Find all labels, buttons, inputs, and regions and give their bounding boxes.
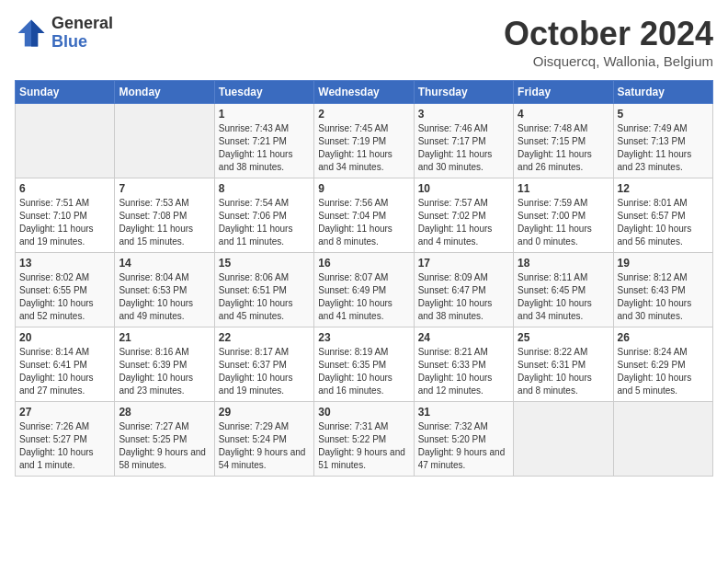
calendar-cell: 17Sunrise: 8:09 AMSunset: 6:47 PMDayligh… [414, 253, 513, 327]
location: Oisquercq, Wallonia, Belgium [504, 53, 713, 69]
day-info: Sunrise: 8:09 AMSunset: 6:47 PMDaylight:… [418, 271, 509, 323]
calendar-cell: 27Sunrise: 7:26 AMSunset: 5:27 PMDayligh… [16, 402, 115, 477]
day-number: 17 [418, 257, 509, 270]
day-info: Sunrise: 7:54 AMSunset: 7:06 PMDaylight:… [219, 197, 310, 248]
day-number: 28 [119, 406, 210, 419]
calendar-cell: 22Sunrise: 8:17 AMSunset: 6:37 PMDayligh… [214, 327, 313, 402]
weekday-header: Thursday [414, 81, 513, 104]
calendar-cell [514, 402, 613, 477]
day-info: Sunrise: 7:48 AMSunset: 7:15 PMDaylight:… [518, 122, 609, 174]
day-number: 15 [219, 257, 310, 270]
day-number: 16 [318, 257, 409, 270]
calendar-cell: 4Sunrise: 7:48 AMSunset: 7:15 PMDaylight… [514, 104, 613, 178]
calendar-cell: 6Sunrise: 7:51 AMSunset: 7:10 PMDaylight… [16, 178, 115, 253]
day-number: 24 [418, 331, 509, 344]
day-info: Sunrise: 8:04 AMSunset: 6:53 PMDaylight:… [119, 271, 210, 323]
day-number: 19 [618, 257, 709, 270]
day-info: Sunrise: 7:43 AMSunset: 7:21 PMDaylight:… [219, 122, 310, 174]
calendar-week-row: 6Sunrise: 7:51 AMSunset: 7:10 PMDaylight… [16, 178, 713, 253]
day-number: 29 [219, 406, 310, 419]
day-info: Sunrise: 8:14 AMSunset: 6:41 PMDaylight:… [19, 346, 110, 397]
calendar-cell: 21Sunrise: 8:16 AMSunset: 6:39 PMDayligh… [115, 327, 214, 402]
weekday-header: Sunday [16, 81, 115, 104]
calendar-cell: 8Sunrise: 7:54 AMSunset: 7:06 PMDaylight… [214, 178, 313, 253]
day-info: Sunrise: 7:51 AMSunset: 7:10 PMDaylight:… [19, 197, 110, 248]
calendar-cell: 24Sunrise: 8:21 AMSunset: 6:33 PMDayligh… [414, 327, 513, 402]
calendar-cell: 28Sunrise: 7:27 AMSunset: 5:25 PMDayligh… [115, 402, 214, 477]
day-number: 9 [318, 182, 409, 195]
calendar-cell: 16Sunrise: 8:07 AMSunset: 6:49 PMDayligh… [314, 253, 414, 327]
day-info: Sunrise: 8:24 AMSunset: 6:29 PMDaylight:… [618, 346, 709, 397]
calendar-table: SundayMondayTuesdayWednesdayThursdayFrid… [15, 80, 713, 477]
calendar-cell: 7Sunrise: 7:53 AMSunset: 7:08 PMDaylight… [115, 178, 214, 253]
day-info: Sunrise: 8:07 AMSunset: 6:49 PMDaylight:… [318, 271, 409, 323]
logo: General Blue [15, 15, 113, 52]
day-info: Sunrise: 7:56 AMSunset: 7:04 PMDaylight:… [318, 197, 409, 248]
day-number: 18 [518, 257, 609, 270]
calendar-cell: 20Sunrise: 8:14 AMSunset: 6:41 PMDayligh… [16, 327, 115, 402]
day-number: 6 [19, 182, 110, 195]
weekday-header-row: SundayMondayTuesdayWednesdayThursdayFrid… [16, 81, 713, 104]
day-number: 12 [618, 182, 709, 195]
calendar-cell: 29Sunrise: 7:29 AMSunset: 5:24 PMDayligh… [214, 402, 313, 477]
calendar-week-row: 1Sunrise: 7:43 AMSunset: 7:21 PMDaylight… [16, 104, 713, 178]
day-info: Sunrise: 8:06 AMSunset: 6:51 PMDaylight:… [219, 271, 310, 323]
day-number: 27 [19, 406, 110, 419]
day-number: 10 [418, 182, 509, 195]
calendar-cell: 26Sunrise: 8:24 AMSunset: 6:29 PMDayligh… [613, 327, 712, 402]
day-number: 5 [618, 108, 709, 121]
calendar-cell: 25Sunrise: 8:22 AMSunset: 6:31 PMDayligh… [514, 327, 613, 402]
day-info: Sunrise: 8:22 AMSunset: 6:31 PMDaylight:… [518, 346, 609, 397]
calendar-cell: 19Sunrise: 8:12 AMSunset: 6:43 PMDayligh… [613, 253, 712, 327]
day-number: 21 [119, 331, 210, 344]
calendar-cell: 12Sunrise: 8:01 AMSunset: 6:57 PMDayligh… [613, 178, 712, 253]
calendar-cell: 11Sunrise: 7:59 AMSunset: 7:00 PMDayligh… [514, 178, 613, 253]
day-info: Sunrise: 7:53 AMSunset: 7:08 PMDaylight:… [119, 197, 210, 248]
calendar-cell: 31Sunrise: 7:32 AMSunset: 5:20 PMDayligh… [414, 402, 513, 477]
page-header: General Blue October 2024 Oisquercq, Wal… [15, 15, 713, 69]
day-number: 11 [518, 182, 609, 195]
day-info: Sunrise: 8:19 AMSunset: 6:35 PMDaylight:… [318, 346, 409, 397]
day-number: 3 [418, 108, 509, 121]
day-info: Sunrise: 8:17 AMSunset: 6:37 PMDaylight:… [219, 346, 310, 397]
day-info: Sunrise: 8:01 AMSunset: 6:57 PMDaylight:… [618, 197, 709, 248]
title-block: October 2024 Oisquercq, Wallonia, Belgiu… [504, 15, 713, 69]
day-info: Sunrise: 7:57 AMSunset: 7:02 PMDaylight:… [418, 197, 509, 248]
calendar-cell: 18Sunrise: 8:11 AMSunset: 6:45 PMDayligh… [514, 253, 613, 327]
day-number: 2 [318, 108, 409, 121]
calendar-week-row: 27Sunrise: 7:26 AMSunset: 5:27 PMDayligh… [16, 402, 713, 477]
month-title: October 2024 [504, 15, 713, 53]
day-info: Sunrise: 7:29 AMSunset: 5:24 PMDaylight:… [219, 420, 310, 472]
calendar-cell: 3Sunrise: 7:46 AMSunset: 7:17 PMDaylight… [414, 104, 513, 178]
weekday-header: Saturday [613, 81, 712, 104]
logo-icon [15, 17, 48, 50]
calendar-cell [115, 104, 214, 178]
day-info: Sunrise: 7:45 AMSunset: 7:19 PMDaylight:… [318, 122, 409, 174]
weekday-header: Wednesday [314, 81, 414, 104]
day-number: 31 [418, 406, 509, 419]
calendar-week-row: 13Sunrise: 8:02 AMSunset: 6:55 PMDayligh… [16, 253, 713, 327]
weekday-header: Tuesday [214, 81, 313, 104]
day-number: 22 [219, 331, 310, 344]
calendar-cell: 13Sunrise: 8:02 AMSunset: 6:55 PMDayligh… [16, 253, 115, 327]
day-info: Sunrise: 8:11 AMSunset: 6:45 PMDaylight:… [518, 271, 609, 323]
day-info: Sunrise: 7:26 AMSunset: 5:27 PMDaylight:… [19, 420, 110, 472]
logo-text: General Blue [51, 15, 113, 52]
day-number: 23 [318, 331, 409, 344]
day-number: 13 [19, 257, 110, 270]
calendar-cell [613, 402, 712, 477]
day-number: 4 [518, 108, 609, 121]
calendar-cell: 30Sunrise: 7:31 AMSunset: 5:22 PMDayligh… [314, 402, 414, 477]
calendar-week-row: 20Sunrise: 8:14 AMSunset: 6:41 PMDayligh… [16, 327, 713, 402]
calendar-cell: 1Sunrise: 7:43 AMSunset: 7:21 PMDaylight… [214, 104, 313, 178]
day-info: Sunrise: 7:31 AMSunset: 5:22 PMDaylight:… [318, 420, 409, 472]
day-info: Sunrise: 8:12 AMSunset: 6:43 PMDaylight:… [618, 271, 709, 323]
day-number: 30 [318, 406, 409, 419]
day-number: 20 [19, 331, 110, 344]
calendar-cell: 14Sunrise: 8:04 AMSunset: 6:53 PMDayligh… [115, 253, 214, 327]
calendar-cell: 10Sunrise: 7:57 AMSunset: 7:02 PMDayligh… [414, 178, 513, 253]
calendar-cell: 2Sunrise: 7:45 AMSunset: 7:19 PMDaylight… [314, 104, 414, 178]
calendar-cell [16, 104, 115, 178]
day-info: Sunrise: 7:32 AMSunset: 5:20 PMDaylight:… [418, 420, 509, 472]
day-number: 8 [219, 182, 310, 195]
